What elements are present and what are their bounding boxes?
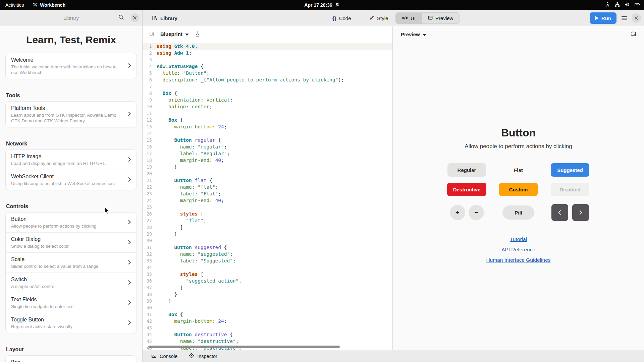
code-line-6[interactable]: 6 description: _("Allow people to perfor… bbox=[143, 76, 392, 83]
code-line-39[interactable]: 39 } bbox=[143, 298, 392, 304]
code-line-9[interactable]: 9 orientation: vertical; bbox=[143, 97, 392, 103]
chevron-right-icon bbox=[127, 111, 132, 117]
custom-demo-button[interactable]: Custom bbox=[499, 183, 538, 196]
console-button[interactable]: Console bbox=[151, 353, 177, 359]
code-line-35[interactable]: 35 styles [ bbox=[143, 271, 392, 278]
search-button[interactable] bbox=[118, 14, 124, 20]
flat-demo-button[interactable]: Flat bbox=[499, 163, 538, 177]
inspector-button[interactable]: Inspector bbox=[189, 353, 217, 359]
code-line-13[interactable]: 13 margin-bottom: 24; bbox=[143, 123, 392, 130]
library-sidebar: Learn, Test, Remix WelcomeThe initial we… bbox=[0, 26, 143, 362]
code-line-34[interactable]: 34 bbox=[143, 264, 392, 271]
list-item-title: Text Fields bbox=[11, 296, 123, 303]
code-text: label: "Flat"; bbox=[157, 190, 221, 197]
code-text: margin-end: 40; bbox=[157, 157, 224, 164]
focused-app-menu[interactable]: Workbench bbox=[29, 2, 69, 8]
list-item-color-dialog[interactable]: Color DialogShow a dialog to select colo… bbox=[6, 232, 137, 252]
code-line-28[interactable]: 28 ] bbox=[143, 224, 392, 231]
experimental-flask-icon[interactable] bbox=[195, 31, 200, 37]
code-line-31[interactable]: 31 Button suggested { bbox=[143, 244, 392, 251]
preview-pane: Preview Button Allow people to perform a… bbox=[393, 26, 644, 350]
activities-button[interactable]: Activities bbox=[0, 0, 29, 10]
code-button[interactable]: {} Code bbox=[328, 12, 356, 24]
code-line-23[interactable]: 23 label: "Flat"; bbox=[143, 190, 392, 197]
code-line-3[interactable]: 3 bbox=[143, 56, 392, 63]
code-line-10[interactable]: 10 halign: center; bbox=[143, 103, 392, 110]
code-line-29[interactable]: 29 } bbox=[143, 231, 392, 237]
list-item-text-fields[interactable]: Text FieldsSingle line widgets to enter … bbox=[6, 293, 137, 313]
list-item-title: HTTP Image bbox=[11, 153, 123, 160]
regular-demo-button[interactable]: Regular bbox=[447, 163, 486, 177]
list-item-http-image[interactable]: HTTP ImageLoad and display an image from… bbox=[6, 150, 137, 170]
list-item-platform-tools[interactable]: Platform ToolsLearn about and from GTK I… bbox=[6, 102, 137, 127]
system-status-area[interactable] bbox=[605, 2, 641, 8]
code-line-20[interactable]: 20 bbox=[143, 170, 392, 177]
pill-button[interactable]: Pill bbox=[502, 205, 534, 220]
back-button[interactable] bbox=[551, 204, 568, 221]
code-line-45[interactable]: 45 name: "destructive"; bbox=[143, 338, 392, 345]
open-preview-window-button[interactable] bbox=[631, 32, 637, 37]
list-item-toggle-button[interactable]: Toggle ButtonRepresent active-state visu… bbox=[6, 313, 137, 333]
list-item-title: Switch bbox=[11, 276, 123, 283]
link-human-interface-guidelines[interactable]: Human Interface Guidelines bbox=[486, 257, 550, 263]
window-close-button[interactable] bbox=[632, 13, 641, 23]
list-item-scale[interactable]: ScaleSlider control to select a value fr… bbox=[6, 252, 137, 273]
preview-dropdown[interactable]: Preview bbox=[401, 32, 426, 37]
code-line-14[interactable]: 14 bbox=[143, 130, 392, 137]
code-line-5[interactable]: 5 title: "Button"; bbox=[143, 70, 392, 76]
code-line-17[interactable]: 17 label: "Regular"; bbox=[143, 150, 392, 157]
code-line-37[interactable]: 37 ] bbox=[143, 284, 392, 291]
code-line-2[interactable]: 2using Adw 1; bbox=[143, 50, 392, 56]
list-item-welcome[interactable]: WelcomeThe initial welcome demo with ins… bbox=[6, 53, 137, 79]
code-line-4[interactable]: 4Adw.StatusPage { bbox=[143, 63, 392, 70]
source-view[interactable]: 1using Gtk 4.0;2using Adw 1;34Adw.Status… bbox=[143, 42, 392, 350]
primary-menu-button[interactable] bbox=[619, 12, 630, 24]
style-button[interactable]: Style bbox=[365, 12, 393, 24]
destructive-demo-button[interactable]: Destructive bbox=[447, 183, 487, 196]
code-line-38[interactable]: 38 } bbox=[143, 291, 392, 298]
forward-button[interactable] bbox=[572, 204, 589, 221]
link-tutorial[interactable]: Tutorial bbox=[510, 236, 527, 242]
code-line-30[interactable]: 30 bbox=[143, 237, 392, 244]
syntax-dropdown[interactable]: Blueprint bbox=[160, 31, 189, 37]
list-item-websocket-client[interactable]: WebSocket ClientUsing libsoup to establi… bbox=[6, 170, 137, 190]
tab-preview[interactable]: Preview bbox=[422, 12, 460, 24]
list-item-box[interactable]: BoxA widget that arranges its child widg… bbox=[6, 356, 137, 362]
list-item-button[interactable]: ButtonAllow people to perform actions by… bbox=[6, 213, 137, 232]
plus-button[interactable]: + bbox=[450, 205, 465, 220]
code-line-11[interactable]: 11 bbox=[143, 110, 392, 117]
list-item-switch[interactable]: SwitchA simple on/off control bbox=[6, 273, 137, 293]
code-line-41[interactable]: 41 Box { bbox=[143, 311, 392, 318]
minus-button[interactable]: − bbox=[469, 205, 484, 220]
suggested-demo-button[interactable]: Suggested bbox=[551, 163, 589, 177]
code-line-36[interactable]: 36 "suggested-action", bbox=[143, 278, 392, 284]
tab-ui[interactable]: </> UI bbox=[395, 12, 422, 24]
line-number: 13 bbox=[143, 123, 157, 130]
code-line-25[interactable]: 25 bbox=[143, 204, 392, 210]
code-line-40[interactable]: 40 bbox=[143, 304, 392, 311]
code-line-24[interactable]: 24 margin-end: 40; bbox=[143, 197, 392, 204]
horizontal-scrollbar[interactable] bbox=[149, 346, 340, 348]
code-line-26[interactable]: 26 styles [ bbox=[143, 210, 392, 217]
code-line-33[interactable]: 33 label: "Suggested"; bbox=[143, 257, 392, 264]
code-line-7[interactable]: 7 bbox=[143, 83, 392, 90]
code-line-27[interactable]: 27 "flat", bbox=[143, 217, 392, 224]
run-button[interactable]: Run bbox=[590, 12, 616, 24]
code-line-1[interactable]: 1using Gtk 4.0; bbox=[143, 43, 392, 50]
preview-toolbar: Preview bbox=[393, 26, 644, 42]
code-line-19[interactable]: 19 } bbox=[143, 164, 392, 170]
code-line-21[interactable]: 21 Button flat { bbox=[143, 177, 392, 184]
code-line-18[interactable]: 18 margin-end: 40; bbox=[143, 157, 392, 164]
code-line-8[interactable]: 8 Box { bbox=[143, 90, 392, 97]
code-line-22[interactable]: 22 name: "flat"; bbox=[143, 184, 392, 190]
code-line-16[interactable]: 16 name: "regular"; bbox=[143, 143, 392, 150]
code-line-44[interactable]: 44 Button destructive { bbox=[143, 331, 392, 338]
sidebar-close-button[interactable] bbox=[130, 13, 139, 22]
code-line-15[interactable]: 15 Button regular { bbox=[143, 137, 392, 143]
code-line-32[interactable]: 32 name: "suggested"; bbox=[143, 251, 392, 257]
link-api-reference[interactable]: API Reference bbox=[501, 247, 535, 253]
code-line-43[interactable]: 43 bbox=[143, 324, 392, 331]
code-line-12[interactable]: 12 Box { bbox=[143, 117, 392, 123]
clock-menu[interactable]: Apr 17 20:36 bbox=[304, 2, 339, 8]
code-line-42[interactable]: 42 margin-bottom: 24; bbox=[143, 318, 392, 324]
